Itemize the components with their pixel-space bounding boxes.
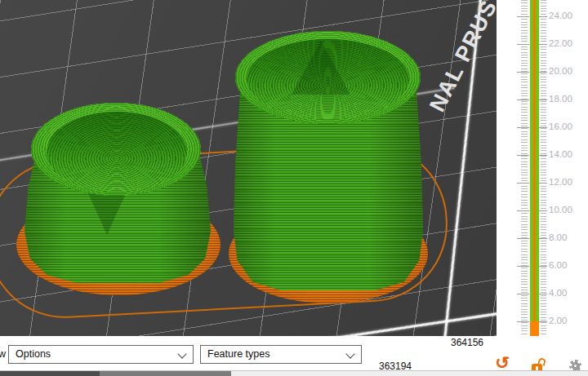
layer-tick-row: 20.00 [497,65,588,78]
view-label-partial: w [0,348,6,360]
tick-label: 16.00 [549,122,572,131]
layer-tick-row: 18.00 [497,93,588,106]
tick-label: 10.00 [549,205,572,215]
move-slider-upper-value: 364156 [441,337,483,348]
layer-tick-row: 2.00 [497,315,588,328]
sliced-object-right-interior [247,39,409,119]
undo-icon: ↺ [495,353,510,372]
layer-tick-row: 6.00 [497,259,588,272]
3d-viewport[interactable]: NAL PRUS [0,0,497,336]
tick-label: 4.00 [549,288,567,298]
options-dropdown-value: Options [16,348,51,360]
bed-logo-text: NAL PRUS [425,0,497,116]
feature-types-dropdown-value: Feature types [207,348,270,360]
chevron-down-icon [177,349,186,358]
tick-label: 18.00 [549,94,572,104]
layer-tick-row: 22.00 [497,38,588,51]
tick-label: 20.00 [549,66,572,76]
seam-pattern [292,41,350,95]
layer-tick-row: 12.00 [497,176,588,189]
tick-label: 12.00 [549,177,572,187]
layer-tick-row: 16.00 [497,121,588,134]
tick-label: 14.00 [549,149,572,159]
layer-tick-row: 10.00 [497,204,588,217]
preview-toolbar: w Options Feature types 364156 363194 ↺ [0,336,588,370]
slicer-preview-window: NAL PRUS 24.00 22.00 20.00 18.00 16.00 1… [0,0,588,376]
tick-label: 24.00 [549,11,572,20]
undo-button[interactable]: ↺ [493,354,511,372]
tick-label: 22.00 [549,38,572,48]
layer-tick-row: 4.00 [497,287,588,300]
feature-types-dropdown[interactable]: Feature types [200,345,362,364]
chevron-down-icon [345,349,354,358]
tick-label: 6.00 [549,260,567,270]
layer-tick-row: 24.00 [497,10,588,23]
options-dropdown[interactable]: Options [8,345,194,364]
tick-label: 8.00 [549,232,567,242]
layer-tick-row: 14.00 [497,148,588,161]
status-strip [0,370,588,376]
tick-label: 2.00 [549,316,567,325]
sliced-object-left-interior [47,112,187,192]
layer-slider-panel: 24.00 22.00 20.00 18.00 16.00 14.00 12.0… [497,0,588,370]
layer-tick-row: 8.00 [497,232,588,245]
